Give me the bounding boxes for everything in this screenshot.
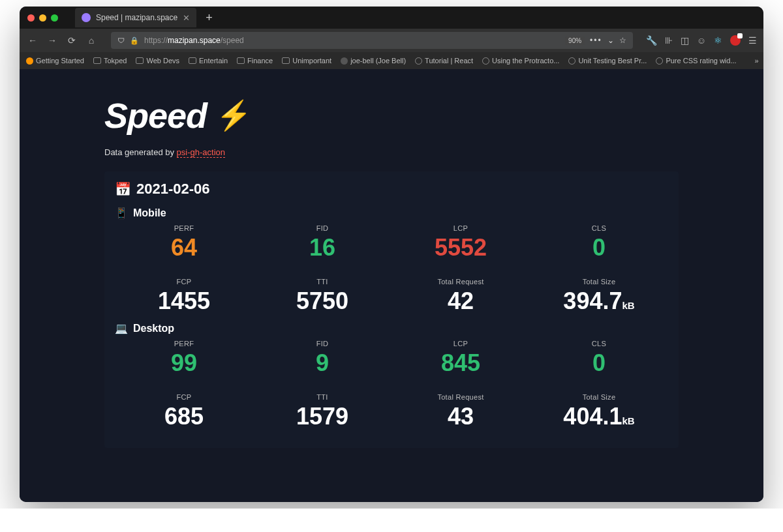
maximize-window-button[interactable] bbox=[51, 14, 58, 22]
react-devtools-icon[interactable]: ⚛ bbox=[714, 35, 722, 46]
site-icon bbox=[656, 57, 663, 65]
devtools-icon[interactable]: 🔧 bbox=[646, 35, 657, 46]
browser-window: Speed | mazipan.space ✕ + ← → ⟳ ⌂ 🛡 🔒 ht… bbox=[20, 7, 763, 502]
bookmarks-overflow-icon[interactable]: » bbox=[755, 57, 759, 65]
metrics-grid: PERF99FID9LCP845CLS0FCP685TTI1579Total R… bbox=[115, 340, 668, 428]
close-tab-icon[interactable]: ✕ bbox=[183, 13, 190, 23]
nav-bar: ← → ⟳ ⌂ 🛡 🔒 https://mazipan.space/speed … bbox=[20, 29, 763, 52]
metric-cls: CLS0 bbox=[530, 340, 668, 375]
bookmark-item[interactable]: Finance bbox=[237, 57, 273, 65]
psi-gh-action-link[interactable]: psi-gh-action bbox=[177, 147, 225, 158]
bookmark-label: Unimportant bbox=[292, 57, 331, 65]
calendar-icon: 📅 bbox=[115, 181, 131, 197]
metric-total-request: Total Request42 bbox=[392, 278, 530, 313]
bookmark-item[interactable]: Getting Started bbox=[26, 57, 84, 65]
device-icon: 💻 bbox=[115, 322, 128, 334]
metric-tti: TTI1579 bbox=[253, 393, 392, 428]
metric-lcp: LCP845 bbox=[392, 340, 530, 375]
library-icon[interactable]: ⊪ bbox=[665, 35, 673, 46]
bookmark-item[interactable]: Pure CSS rating wid... bbox=[656, 57, 736, 65]
subtitle: Data generated by psi-gh-action bbox=[104, 147, 679, 157]
metric-value: 404.1kB bbox=[530, 405, 668, 428]
url-text: https://mazipan.space/speed bbox=[144, 36, 244, 45]
metric-label: Total Request bbox=[392, 278, 530, 286]
bookmark-item[interactable]: Unit Testing Best Pr... bbox=[568, 57, 647, 65]
bookmark-label: joe-bell (Joe Bell) bbox=[350, 57, 406, 65]
metric-value: 1579 bbox=[253, 405, 392, 428]
folder-icon bbox=[93, 57, 101, 64]
metric-value: 5552 bbox=[392, 236, 530, 259]
bookmark-label: Tutorial | React bbox=[425, 57, 473, 65]
new-tab-button[interactable]: + bbox=[202, 11, 217, 25]
zoom-indicator[interactable]: 90% bbox=[565, 37, 585, 45]
report-date-text: 2021-02-06 bbox=[136, 181, 210, 198]
metric-fcp: FCP1455 bbox=[115, 278, 253, 313]
bookmark-item[interactable]: Tokped bbox=[93, 57, 127, 65]
folder-icon bbox=[189, 57, 196, 64]
bookmark-label: Tokped bbox=[104, 57, 127, 65]
metric-value: 99 bbox=[115, 351, 253, 375]
bookmarks-bar: Getting StartedTokpedWeb DevsEntertainFi… bbox=[20, 52, 763, 69]
device-name: Desktop bbox=[133, 323, 174, 334]
browser-tab[interactable]: Speed | mazipan.space ✕ bbox=[75, 8, 196, 27]
metric-fid: FID9 bbox=[253, 340, 392, 375]
metrics-grid: PERF64FID16LCP5552CLS0FCP1455TTI5750Tota… bbox=[115, 224, 668, 313]
bookmark-item[interactable]: joe-bell (Joe Bell) bbox=[341, 57, 406, 65]
shield-icon: 🛡 bbox=[117, 37, 125, 44]
ublock-icon[interactable] bbox=[730, 35, 741, 46]
bookmark-item[interactable]: Entertain bbox=[189, 57, 228, 65]
account-icon[interactable]: ☺ bbox=[697, 35, 706, 46]
url-bar[interactable]: 🛡 🔒 https://mazipan.space/speed 90% ••• … bbox=[111, 32, 633, 49]
metric-value: 5750 bbox=[253, 289, 392, 313]
metric-label: LCP bbox=[392, 340, 530, 347]
metric-value: 845 bbox=[392, 351, 530, 375]
bookmark-item[interactable]: Tutorial | React bbox=[415, 57, 473, 65]
page-content: Speed ⚡ Data generated by psi-gh-action … bbox=[20, 69, 763, 487]
home-button[interactable]: ⌂ bbox=[85, 35, 98, 46]
lightning-icon: ⚡ bbox=[216, 98, 252, 132]
close-window-button[interactable] bbox=[27, 14, 35, 22]
window-controls bbox=[27, 14, 58, 22]
metric-perf: PERF99 bbox=[115, 340, 253, 375]
metric-total-size: Total Size404.1kB bbox=[530, 393, 668, 428]
github-icon bbox=[341, 57, 348, 65]
metric-label: TTI bbox=[253, 393, 392, 401]
bookmark-item[interactable]: Unimportant bbox=[282, 57, 331, 65]
save-pocket-icon[interactable]: ⌄ bbox=[607, 36, 614, 45]
metric-value: 0 bbox=[530, 236, 668, 259]
metric-label: Total Size bbox=[530, 278, 668, 286]
metric-label: LCP bbox=[392, 224, 530, 232]
bookmark-label: Entertain bbox=[199, 57, 228, 65]
metric-value: 685 bbox=[115, 405, 253, 428]
minimize-window-button[interactable] bbox=[39, 14, 46, 22]
metric-label: FCP bbox=[115, 278, 253, 286]
bookmark-label: Getting Started bbox=[36, 57, 84, 65]
toolbar-right: 🔧 ⊪ ◫ ☺ ⚛ ☰ bbox=[646, 35, 757, 46]
bookmark-label: Using the Protracto... bbox=[492, 57, 559, 65]
report-date: 📅 2021-02-06 bbox=[115, 181, 668, 198]
metric-value: 9 bbox=[253, 351, 392, 375]
report-card: 📅 2021-02-06 📱MobilePERF64FID16LCP5552CL… bbox=[104, 171, 679, 448]
forward-button[interactable]: → bbox=[46, 35, 59, 46]
metric-label: PERF bbox=[115, 340, 253, 347]
bookmark-item[interactable]: Using the Protracto... bbox=[482, 57, 559, 65]
back-button[interactable]: ← bbox=[26, 35, 39, 46]
tab-title: Speed | mazipan.space bbox=[96, 13, 177, 22]
tab-favicon bbox=[82, 13, 91, 22]
page-actions-icon[interactable]: ••• bbox=[590, 36, 602, 45]
bookmark-item[interactable]: Web Devs bbox=[136, 57, 179, 65]
site-icon bbox=[568, 57, 576, 65]
sidebar-icon[interactable]: ◫ bbox=[681, 35, 689, 46]
metric-lcp: LCP5552 bbox=[392, 224, 530, 259]
reload-button[interactable]: ⟳ bbox=[65, 35, 78, 46]
metric-value: 0 bbox=[530, 351, 668, 375]
menu-icon[interactable]: ☰ bbox=[748, 35, 757, 46]
bookmark-star-icon[interactable]: ☆ bbox=[619, 36, 626, 45]
bookmark-label: Unit Testing Best Pr... bbox=[578, 57, 647, 65]
metric-value: 43 bbox=[392, 405, 530, 428]
lock-icon: 🔒 bbox=[130, 37, 139, 45]
page-viewport[interactable]: Speed ⚡ Data generated by psi-gh-action … bbox=[20, 69, 763, 502]
metric-label: PERF bbox=[115, 224, 253, 232]
tab-strip: Speed | mazipan.space ✕ + bbox=[20, 7, 763, 29]
metric-cls: CLS0 bbox=[530, 224, 668, 259]
